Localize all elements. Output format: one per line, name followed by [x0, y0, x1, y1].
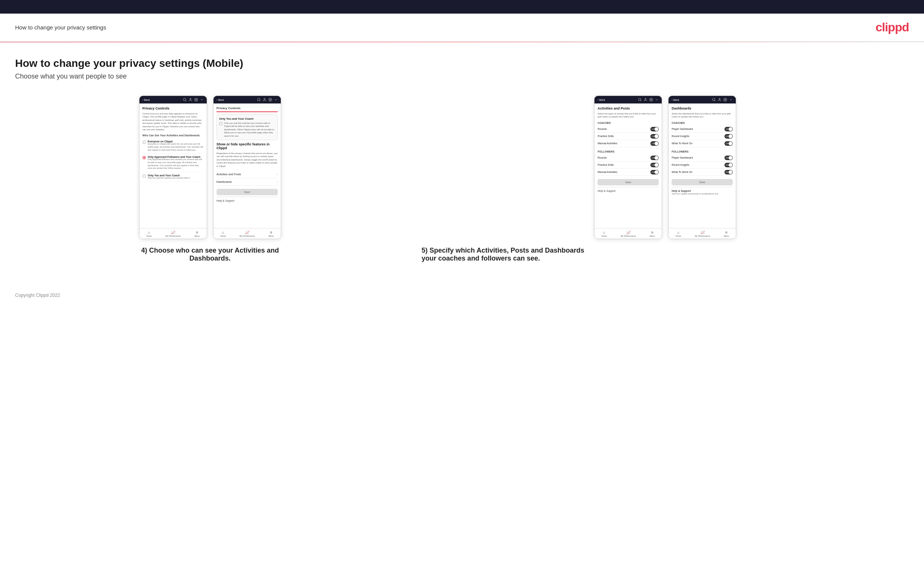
dropdown-title: Only You and Your Coach	[219, 117, 275, 121]
phone-1-section-title: Privacy Controls	[142, 106, 204, 110]
nav-menu[interactable]: ≡ Menu	[195, 230, 200, 237]
coaches-rounds-row[interactable]: Rounds ON	[598, 126, 659, 133]
svg-point-14	[719, 98, 720, 99]
phone-3-icons	[638, 98, 659, 102]
followers-title-4: FOLLOWERS	[672, 150, 733, 153]
toggle-followers-round-insights[interactable]: ON	[724, 163, 733, 167]
activities-posts-nav[interactable]: Activities and Posts ›	[216, 171, 278, 178]
nav-menu-2[interactable]: ≡ Menu	[269, 230, 274, 237]
coaches-player-dashboard-row[interactable]: Player Dashboard ON	[672, 126, 733, 133]
toggle-coaches-what-to-work[interactable]: ON	[724, 141, 733, 146]
followers-drills-row[interactable]: Practice Drills ON	[598, 162, 659, 169]
footer: Copyright Clippd 2022	[0, 285, 924, 306]
nav-performance-4[interactable]: 📈 My Performance	[695, 230, 710, 237]
followers-what-to-work-row[interactable]: What To Work On ON	[672, 169, 733, 176]
chart-icon-4: 📈	[700, 230, 705, 234]
chart-icon-3: 📈	[626, 230, 631, 234]
coaches-drills-row[interactable]: Practice Drills ON	[598, 133, 659, 140]
followers-rounds-row[interactable]: Rounds ON	[598, 155, 659, 162]
coaches-title-4: COACHES	[672, 122, 733, 124]
toggle-coaches-player-dash[interactable]: ON	[724, 127, 733, 131]
svg-point-4	[257, 98, 260, 101]
svg-point-10	[645, 98, 646, 99]
phone-4-bottom-nav: ⌂ Home 📈 My Performance ≡ Menu	[669, 228, 736, 239]
phone-1: ‹ Back Privacy Controls Control how you …	[139, 95, 207, 239]
help-support-3: Help & Support	[598, 187, 659, 192]
save-button-3[interactable]: Save	[598, 179, 659, 185]
phone-2-body: Privacy Controls Only You and Your Coach…	[213, 103, 281, 228]
phone-3-bottom-nav: ⌂ Home 📈 My Performance ≡ Menu	[594, 228, 662, 239]
page-subtitle: Choose what you want people to see	[15, 73, 909, 81]
phone-2: ‹ Back Privacy Controls O	[213, 95, 281, 239]
phone-4-header: ‹ Back	[669, 96, 736, 103]
radio-circle-coach-only	[142, 174, 146, 178]
radio-text-followers: Only Approved Followers and Your Coach O…	[148, 156, 204, 170]
svg-point-2	[190, 98, 191, 99]
phone-3-back[interactable]: ‹ Back	[598, 98, 605, 101]
radio-text-everyone: Everyone on Clippd Everyone on Clippd ca…	[148, 140, 204, 152]
chevron-down-icon-4	[729, 98, 733, 102]
toggle-followers-player-dash[interactable]: ON	[724, 156, 733, 160]
toggle-followers-manual[interactable]: ON	[650, 170, 659, 174]
toggle-coaches-round-insights[interactable]: ON	[724, 134, 733, 139]
home-icon-2: ⌂	[222, 230, 224, 234]
nav-performance-3[interactable]: 📈 My Performance	[621, 230, 636, 237]
chevron-right-icon-2: ›	[277, 180, 278, 184]
home-icon-3: ⌂	[603, 230, 606, 234]
save-button-2[interactable]: Save	[216, 189, 278, 195]
toggle-coaches-rounds[interactable]: ON	[650, 127, 659, 131]
save-button-4[interactable]: Save	[672, 179, 733, 185]
svg-point-7	[270, 99, 271, 100]
phone-1-bottom-nav: ⌂ Home 📈 My Performance ≡ Menu	[139, 228, 207, 239]
chevron-down-icon-3	[655, 98, 659, 102]
coaches-what-to-work-row[interactable]: What To Work On ON	[672, 140, 733, 147]
phone-4-back[interactable]: ‹ Back	[672, 98, 679, 101]
coaches-title-3: COACHES	[598, 122, 659, 124]
toggle-coaches-drills[interactable]: ON	[650, 134, 659, 139]
followers-player-dashboard-row[interactable]: Player Dashboard ON	[672, 155, 733, 162]
toggle-followers-what-to-work[interactable]: ON	[724, 170, 733, 174]
nav-home-2[interactable]: ⌂ Home	[220, 230, 226, 237]
radio-coach-only[interactable]: Only You and Your Coach Only you and the…	[142, 172, 204, 182]
phone-1-section-desc: Control how you and your data appears to…	[142, 112, 204, 131]
home-icon-4: ⌂	[677, 230, 680, 234]
phone-4-icons	[712, 98, 733, 102]
nav-home-3[interactable]: ⌂ Home	[601, 230, 607, 237]
settings-icon-2	[268, 98, 272, 102]
nav-performance[interactable]: 📈 My Performance	[166, 230, 181, 237]
toggle-coaches-manual[interactable]: ON	[650, 141, 659, 146]
phone-1-back[interactable]: ‹ Back	[142, 98, 150, 101]
nav-menu-3[interactable]: ≡ Menu	[649, 230, 655, 237]
phone-3-header: ‹ Back	[594, 96, 662, 103]
nav-home-4[interactable]: ⌂ Home	[675, 230, 681, 237]
menu-icon-3: ≡	[651, 230, 653, 234]
person-icon-4	[718, 98, 721, 102]
dashboards-nav[interactable]: Dashboards ›	[216, 178, 278, 186]
nav-menu-4[interactable]: ≡ Menu	[724, 230, 729, 237]
toggle-followers-rounds[interactable]: ON	[650, 156, 659, 160]
search-icon-4	[712, 98, 716, 102]
svg-line-13	[715, 100, 716, 101]
coaches-round-insights-row[interactable]: Round Insights ON	[672, 133, 733, 140]
help-support-2: Help & Support	[216, 197, 278, 202]
settings-icon-3	[649, 98, 653, 102]
nav-home[interactable]: ⌂ Home	[146, 230, 152, 237]
followers-round-insights-row[interactable]: Round Insights ON	[672, 162, 733, 169]
svg-point-11	[651, 99, 652, 100]
person-icon-2	[263, 98, 267, 102]
person-icon	[189, 98, 192, 102]
who-can-see-title: Who Can See Your Activities and Dashboar…	[142, 134, 204, 137]
radio-everyone[interactable]: Everyone on Clippd Everyone on Clippd ca…	[142, 138, 204, 154]
menu-icon-2: ≡	[270, 230, 273, 234]
chevron-down-icon	[200, 98, 204, 102]
show-hide-desc: Regardless of the privacy controls that …	[216, 152, 278, 168]
phone-4: ‹ Back Dashboards Select the dashboards …	[668, 95, 736, 239]
followers-manual-row[interactable]: Manual Activities ON	[598, 169, 659, 176]
followers-title-3: FOLLOWERS	[598, 150, 659, 153]
menu-icon: ≡	[196, 230, 199, 234]
radio-followers[interactable]: Only Approved Followers and Your Coach O…	[142, 154, 204, 172]
toggle-followers-drills[interactable]: ON	[650, 163, 659, 167]
nav-performance-2[interactable]: 📈 My Performance	[240, 230, 255, 237]
phone-2-back[interactable]: ‹ Back	[216, 98, 224, 101]
coaches-manual-row[interactable]: Manual Activities ON	[598, 140, 659, 147]
